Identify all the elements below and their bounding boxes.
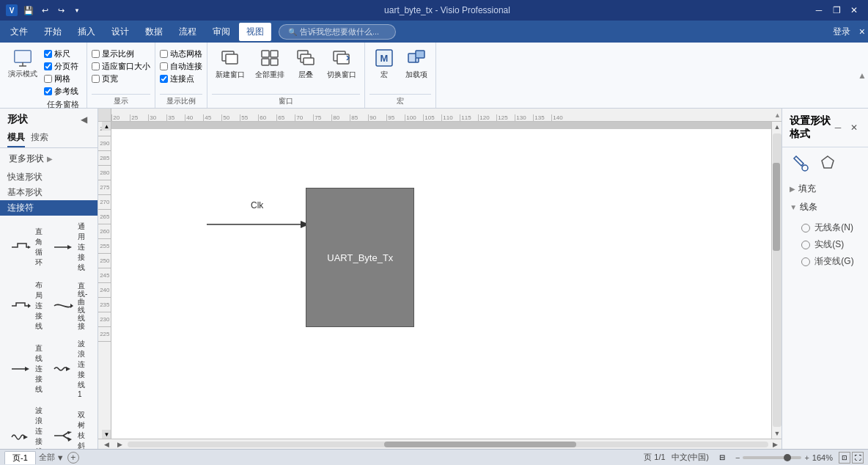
menu-view[interactable]: 视图 (239, 23, 271, 41)
ruler-check[interactable]: 标尺 (44, 48, 82, 59)
diagram-canvas[interactable]: Clk UART_Byte_Tx (111, 129, 771, 439)
show-scale-checkbox[interactable] (92, 50, 100, 58)
more-shapes-nav[interactable]: 更多形状 ▶ (6, 151, 56, 166)
scroll-thumb-h[interactable] (384, 442, 576, 447)
fullscreen-button[interactable]: ⛶ (852, 452, 864, 464)
scroll-thumb-v[interactable] (773, 163, 780, 251)
gradient-line-option[interactable]: 渐变线(G) (801, 253, 861, 270)
arrange-all-button[interactable]: 全部重排 (251, 45, 288, 82)
add-page-button[interactable]: + (67, 452, 79, 464)
canvas-scroll-area[interactable]: Clk UART_Byte_Tx (111, 122, 771, 439)
menu-file[interactable]: 文件 (3, 23, 35, 41)
shape-layout-connector[interactable]: 布局连接线 (6, 277, 47, 334)
ruler-v-scroll-up[interactable]: ▲ (102, 122, 111, 131)
scroll-down-button[interactable]: ▼ (772, 428, 782, 439)
scroll-right-button2[interactable]: ▶ (113, 439, 126, 450)
horizontal-scrollbar[interactable]: ◀ ▶ ▶ (98, 439, 781, 449)
login-button[interactable]: 登录 (827, 24, 856, 40)
zoom-in-button[interactable]: + (804, 453, 809, 462)
show-scale-check[interactable]: 显示比例 (92, 48, 150, 59)
panel-pin-button[interactable]: ─ (831, 121, 845, 134)
new-window-button[interactable]: 新建窗口 (212, 45, 249, 82)
ruler-scroll-right[interactable]: ▲ (773, 111, 781, 119)
grid-checkbox[interactable] (44, 75, 52, 83)
guide-check[interactable]: 参考线 (44, 86, 82, 97)
zoom-out-button[interactable]: − (735, 453, 740, 462)
shape-double-tree-angle[interactable]: 双树枝斜角 (48, 403, 92, 449)
connect-point-check[interactable]: 连接点 (160, 73, 202, 84)
panel-close-button[interactable]: ✕ (847, 121, 861, 134)
dynamic-grid-checkbox[interactable] (160, 50, 168, 58)
page-width-checkbox[interactable] (92, 75, 100, 83)
page-width-check[interactable]: 页宽 (92, 73, 150, 84)
redo-button[interactable]: ↪ (54, 4, 67, 17)
auto-connect-checkbox[interactable] (160, 62, 168, 70)
page-tab-1[interactable]: 页-1 (4, 451, 36, 464)
scroll-up-button[interactable]: ▲ (772, 122, 782, 132)
shape-wave-connector1[interactable]: 波浪连接线 1 (48, 336, 92, 401)
menu-process[interactable]: 流程 (172, 23, 204, 41)
scroll-left-button[interactable]: ◀ (100, 439, 113, 450)
tab-search[interactable]: 搜索 (31, 129, 48, 147)
scroll-right-button[interactable]: ▶ (770, 439, 780, 450)
status-icon[interactable]: ⊟ (715, 452, 729, 464)
uart-box[interactable]: UART_Byte_Tx (306, 188, 414, 327)
panel-collapse-button[interactable]: ◀ (77, 113, 90, 126)
connect-point-checkbox[interactable] (160, 75, 168, 83)
basic-shapes-section[interactable]: 基本形状 (0, 185, 98, 200)
menu-home[interactable]: 开始 (37, 23, 69, 41)
page-break-check[interactable]: 分页符 (44, 61, 82, 72)
menu-design[interactable]: 设计 (104, 23, 136, 41)
menu-insert[interactable]: 插入 (70, 23, 103, 41)
fit-window-checkbox[interactable] (92, 62, 100, 70)
shape-outline-icon[interactable] (817, 153, 838, 174)
macro-button[interactable]: M 宏 (369, 45, 399, 82)
solid-line-option[interactable]: 实线(S) (801, 236, 861, 253)
fill-section-toggle[interactable]: ▶ 填充 (790, 180, 861, 198)
close-button[interactable]: ✕ (846, 3, 862, 18)
shape-general-connector[interactable]: 通用连接线 (48, 219, 92, 276)
ribbon-collapse-button[interactable]: ▲ (856, 54, 868, 98)
quick-shapes-section[interactable]: 快速形状 (0, 169, 98, 185)
zoom-thumb[interactable] (784, 454, 791, 461)
line-section-toggle[interactable]: ▼ 线条 (790, 198, 861, 216)
menu-review[interactable]: 审阅 (205, 23, 238, 41)
zoom-slider[interactable] (743, 456, 801, 459)
guide-checkbox[interactable] (44, 87, 52, 95)
fit-window-check[interactable]: 适应窗口大小 (92, 61, 150, 72)
solid-line-radio[interactable] (801, 241, 810, 249)
ruler-v-scroll-down[interactable]: ▼ (102, 430, 111, 439)
ruler-checkbox[interactable] (44, 50, 52, 58)
auto-connect-check[interactable]: 自动连接 (160, 61, 202, 72)
restore-button[interactable]: ❐ (828, 3, 845, 18)
presentation-mode-button[interactable]: 演示模式 (4, 45, 41, 80)
switch-window-button[interactable]: 切换窗口 (323, 45, 360, 82)
grid-check[interactable]: 网格 (44, 73, 82, 84)
customize-button[interactable]: ▼ (70, 4, 84, 17)
shape-straight-connector[interactable]: 直线连接线 (6, 336, 47, 401)
dynamic-grid-check[interactable]: 动态网格 (160, 48, 202, 59)
scroll-track-v[interactable] (773, 133, 781, 427)
shape-wave-connector2[interactable]: 波浪连接线 2 (6, 403, 47, 449)
fit-page-button[interactable]: ⊡ (839, 452, 850, 464)
no-line-radio[interactable] (801, 224, 810, 232)
no-line-option[interactable]: 无线条(N) (801, 219, 861, 236)
vertical-scrollbar[interactable]: ▲ ▼ (771, 122, 781, 439)
minimize-button[interactable]: ─ (811, 3, 827, 18)
page-break-checkbox[interactable] (44, 62, 52, 70)
connectors-section[interactable]: 连接符 (0, 200, 98, 216)
addins-button[interactable]: 加载项 (402, 45, 431, 82)
menu-search-box[interactable]: 🔍 告诉我您想要做什么... (279, 24, 396, 40)
ribbon-close-button[interactable]: × (859, 26, 865, 37)
paint-bucket-icon[interactable] (790, 153, 810, 174)
gradient-line-radio[interactable] (801, 257, 810, 266)
cascade-button[interactable]: 层叠 (291, 45, 320, 82)
shape-line-curve-connector[interactable]: 直线-曲线线接 (48, 277, 92, 334)
all-pages-button[interactable]: 全部 ▼ (39, 452, 65, 463)
shape-right-angle-loop[interactable]: 直角循环 (6, 219, 47, 276)
save-button[interactable]: 💾 (22, 4, 35, 17)
undo-button[interactable]: ↩ (38, 4, 51, 17)
tab-stencil[interactable]: 模具 (7, 129, 25, 147)
scroll-track-h[interactable] (128, 442, 768, 447)
menu-data[interactable]: 数据 (138, 23, 170, 41)
